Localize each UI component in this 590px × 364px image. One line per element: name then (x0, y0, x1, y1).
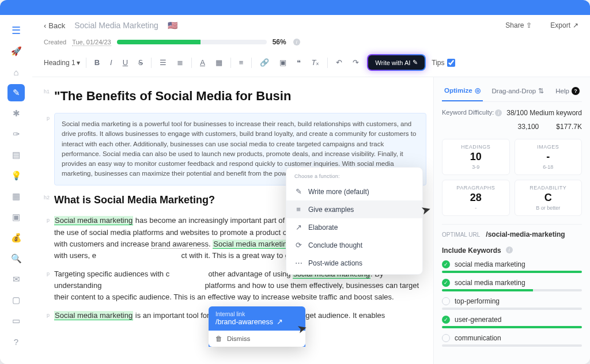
link-button[interactable]: 🔗 (258, 57, 271, 68)
card-readability: READABILITY C B or better (515, 180, 583, 216)
strike-button[interactable]: S̶ (136, 57, 145, 68)
text-color-button[interactable]: A (198, 57, 207, 68)
search-volume: 33,100 (518, 123, 539, 131)
sidebar-item-bulb[interactable]: 💡 (7, 167, 25, 184)
back-label: Back (48, 21, 65, 30)
popover-dismiss-button[interactable]: 🗑 Dismiss (209, 331, 305, 347)
keyword-item[interactable]: communication (442, 334, 582, 342)
info-icon[interactable]: i (293, 39, 300, 46)
keyword-progress (442, 271, 582, 273)
sidebar-item-editor[interactable]: ✎ (7, 84, 25, 101)
sidebar-item-money[interactable]: 💰 (7, 229, 25, 247)
keyword-item[interactable]: ✓ social media marketing (442, 279, 582, 287)
sidebar-item-help[interactable]: ? (7, 333, 25, 350)
keyword-highlight: Social media marketing (54, 216, 133, 225)
keyword-item[interactable]: ✓ user-generated (442, 316, 582, 324)
popover-label: Internal link (215, 311, 298, 317)
share-label: Share (505, 21, 524, 29)
align-button[interactable]: ≡ (237, 57, 246, 68)
sidebar-item-search[interactable]: 🔍 (7, 250, 25, 267)
more-icon: ⋯ (294, 259, 302, 267)
heading-1[interactable]: "The Benefits of Social Media for Busin (54, 86, 426, 106)
bold-button[interactable]: B (92, 57, 102, 68)
write-with-ai-button[interactable]: Write with AI ✎ (367, 54, 426, 71)
ai-function-menu: Choose a function: ✎Write more (default)… (286, 167, 423, 275)
locale-flag[interactable]: 🇺🇸 (168, 21, 177, 30)
tab-help[interactable]: Help ? (553, 83, 582, 101)
tips-checkbox[interactable] (447, 59, 455, 67)
card-headings: HEADINGS 10 3-9 (442, 139, 510, 175)
ai-menu-conclude[interactable]: ⟳Conclude thought (286, 236, 422, 254)
page-title: Social Media Marketing (74, 21, 158, 30)
sidebar-item-image[interactable]: ▣ (7, 208, 25, 226)
back-button[interactable]: ‹ Back (44, 21, 65, 30)
share-button[interactable]: Share ⇪ (505, 21, 532, 29)
sidebar-item-inbox[interactable]: ✉ (7, 271, 25, 288)
nav-sidebar: ☰ 🚀 ⌂ ✎ ✱ ✑ ▤ 💡 ▦ ▣ 💰 🔍 ✉ ▢ ▭ ? (0, 15, 32, 364)
popover-url-button[interactable]: /brand-awareness ↗ (215, 317, 298, 326)
menu-toggle-icon[interactable]: ☰ (9, 22, 23, 39)
image-button[interactable]: ▣ (277, 57, 289, 68)
target-icon: ◎ (475, 86, 481, 94)
keyword-label: communication (455, 334, 501, 342)
editor-area[interactable]: h1 "The Benefits of Social Media for Bus… (32, 77, 433, 364)
check-icon: ✓ (442, 279, 450, 287)
external-link-icon: ↗ (277, 317, 283, 326)
circle-icon (442, 297, 450, 305)
block-tag: p (37, 310, 50, 321)
kd-label: Keyword Difficulty:i (442, 109, 503, 116)
keyword-progress (442, 344, 582, 347)
clear-format-button[interactable]: Tₓ (309, 57, 322, 68)
tips-label: Tips (432, 59, 444, 67)
optimal-url-label: OPTIMAL URL (442, 232, 480, 238)
keyword-highlight: Social media marketing (213, 240, 292, 249)
tab-drag-and-drop[interactable]: Drag-and-Drop ⇅ (490, 83, 547, 101)
ai-menu-give-examples[interactable]: ≡Give examples (286, 200, 422, 218)
share-icon: ⇪ (526, 21, 532, 29)
circle-icon (442, 334, 450, 342)
pencil-icon: ✎ (294, 187, 302, 196)
sidebar-item-dash[interactable]: ▭ (7, 312, 25, 329)
sidebar-item-list[interactable]: ▦ (7, 188, 25, 205)
ai-menu-elaborate[interactable]: ↗Elaborate (286, 218, 422, 236)
block-tag: p (37, 113, 50, 185)
ordered-list-button[interactable]: ≣ (175, 57, 186, 68)
content-score-progress (117, 40, 267, 44)
ai-menu-write-more[interactable]: ✎Write more (default) (286, 183, 422, 200)
bullet-list-button[interactable]: ☰ (157, 57, 169, 68)
keyword-label: top-performing (455, 297, 500, 305)
underline-button[interactable]: U (120, 57, 130, 68)
sidebar-item-home[interactable]: ⌂ (7, 63, 25, 81)
italic-button[interactable]: I (108, 57, 115, 68)
keyword-item[interactable]: top-performing (442, 297, 582, 305)
created-date: Tue, 01/24/23 (72, 39, 111, 46)
sidebar-item-pencil[interactable]: ✑ (7, 126, 25, 143)
ai-menu-post-wide[interactable]: ⋯Post-wide actions (286, 254, 422, 272)
keyword-progress (442, 308, 582, 310)
export-button[interactable]: Export ↗ (550, 21, 578, 29)
ai-menu-header: Choose a function: (286, 172, 422, 183)
help-icon: ? (572, 87, 580, 95)
linked-term[interactable]: brand awareness (151, 240, 209, 249)
sidebar-item-page[interactable]: ▢ (7, 291, 25, 309)
sidebar-item-doc[interactable]: ▤ (7, 146, 25, 164)
sidebar-item-network[interactable]: ✱ (7, 105, 25, 122)
tips-toggle[interactable]: Tips (432, 59, 455, 67)
quote-button[interactable]: ❝ (294, 57, 303, 68)
sidebar-item-rocket[interactable]: 🚀 (7, 43, 25, 60)
include-keywords-label: Include Keywords (442, 247, 501, 255)
highlight-button[interactable]: ▦ (213, 57, 225, 68)
keyword-highlight: Social media marketing (54, 311, 133, 320)
tab-optimize[interactable]: Optimize ◎ (442, 83, 483, 101)
keyword-item[interactable]: ✓ social media marketing (442, 260, 582, 268)
info-icon[interactable]: i (506, 247, 513, 253)
heading-select[interactable]: Heading 1 ▾ (44, 59, 80, 67)
top-accent-bar (0, 0, 590, 15)
redo-button[interactable]: ↷ (350, 57, 361, 68)
undo-button[interactable]: ↶ (334, 57, 345, 68)
app-window: ☰ 🚀 ⌂ ✎ ✱ ✑ ▤ 💡 ▦ ▣ 💰 🔍 ✉ ▢ ▭ ? ‹ Back (0, 0, 590, 364)
info-icon[interactable]: i (495, 109, 502, 116)
internal-link-popover: Internal link /brand-awareness ↗ 🗑 Dismi… (209, 306, 305, 347)
editor-toolbar: Heading 1 ▾ B I U S̶ ☰ ≣ A ▦ ≡ 🔗 ▣ ❝ (32, 51, 590, 77)
drag-icon: ⇅ (538, 87, 544, 95)
